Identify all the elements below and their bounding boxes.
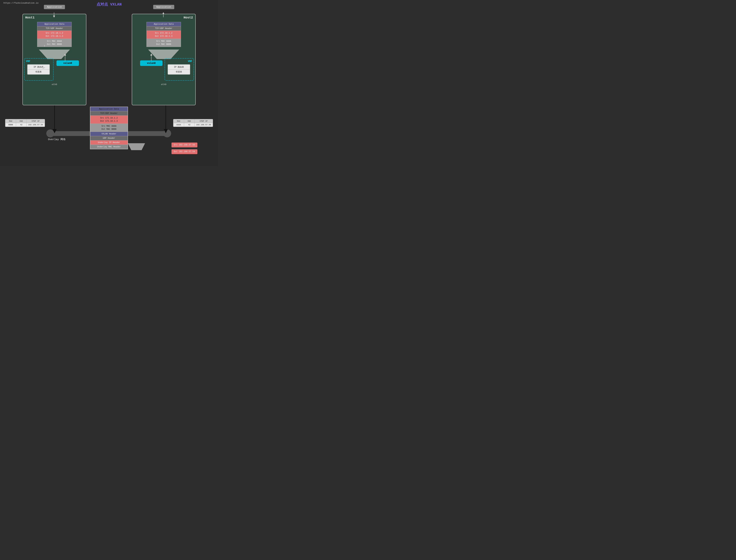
host1-vrf-label: VRF (26, 60, 30, 63)
svg-marker-4 (148, 50, 179, 59)
host1-ip-header: Src 172.18.1.2Dst 172.18.1.3 (37, 31, 71, 39)
host2-tcp-header: TCP/UDP Header (147, 26, 181, 31)
host1-mac-val: BBBB (6, 123, 16, 126)
host1-box: Host1 Application Application Data TCP/U… (22, 14, 86, 105)
host1-neighbor-table: 邻居表 (28, 70, 49, 74)
host1-vxlan0: vxlan0 (56, 60, 79, 66)
host2-ip-header: Src 172.18.1.2Dst 172.18.1.3 (147, 31, 181, 39)
underlay-funnel (128, 143, 145, 150)
underlay-dst-box: Dst 192.168.57.54 (171, 149, 197, 154)
host1-eth0-label: eth0 (52, 83, 57, 86)
host2-funnel (148, 50, 179, 59)
center-underlay-mac: Underlay MAC Header (90, 145, 128, 149)
center-packet: Application Data TCP/UDP Header Src 172.… (90, 107, 128, 149)
page-url: https://fuckcloudnative.io (3, 2, 38, 4)
host2-application-box: Application (153, 5, 174, 9)
host2-vrf-box: VRF IP 路由表 邻居表 (164, 58, 194, 81)
center-vxlan-header: VXLAN Header (90, 132, 128, 136)
host1-vtep-col: VTEP IP (27, 119, 45, 123)
host2-mac-val: AAAA (173, 123, 184, 126)
svg-marker-1 (39, 50, 70, 59)
host2-mac-table-header: MAC VNI VTEP IP (173, 119, 212, 123)
center-tcp-header: TCP/UDP Header (90, 111, 128, 116)
host1-funnel (39, 50, 70, 59)
host2-mac-table: MAC VNI VTEP IP AAAA 42 192.168.57.50 (173, 119, 213, 127)
host1-mac-row: BBBB 42 192.168.57.54 (6, 123, 45, 126)
host2-box: Host2 Application Application Data TCP/U… (132, 14, 196, 105)
host2-mac-row: AAAA 42 192.168.57.50 (173, 123, 212, 126)
host1-vni-col: VNI (16, 119, 27, 123)
host1-vrf-box: VRF IP 路由表 邻居表 (24, 58, 54, 81)
center-mac-header: Src MAC AAAADst MAC BBBB (90, 124, 128, 132)
host2-label: Host2 (183, 16, 193, 19)
host2-packet-stack: Application Data TCP/UDP Header Src 172.… (146, 22, 181, 47)
host2-app-arrow (161, 12, 166, 18)
host2-vni-val: 42 (184, 123, 195, 126)
host2-mac-col: MAC (173, 119, 184, 123)
tunnel-right-connector (163, 129, 171, 137)
center-udp-header: UDP Header (90, 136, 128, 140)
host2-vxlan0: vxlan0 (140, 60, 162, 66)
overlay-label: Overlay 网络 (48, 138, 66, 141)
underlay-src-box: Src 192.168.57.50 (171, 143, 197, 147)
host1-label: Host1 (25, 16, 35, 19)
host1-application-box: Application (44, 5, 65, 9)
host1-vrf-table: IP 路由表 邻居表 (27, 64, 50, 75)
host2-vtep-col: VTEP IP (195, 119, 212, 123)
host1-packet-stack: Application Data TCP/UDP Header Src 172.… (37, 22, 72, 47)
host2-ip-routing-table: IP 路由表 (168, 65, 190, 70)
host1-mac-col: MAC (6, 119, 16, 123)
host1-vtep-val: 192.168.57.54 (27, 123, 45, 126)
host2-vni-col: VNI (184, 119, 195, 123)
host2-app-data: Application Data (147, 22, 181, 26)
host1-tcp-header: TCP/UDP Header (37, 26, 71, 31)
host2-vrf-label: VRF (188, 60, 192, 63)
host2-vrf-table: IP 路由表 邻居表 (168, 64, 190, 75)
center-ip-header: Src 172.18.1.2Dst 172.18.1.3 (90, 116, 128, 124)
host1-app-arrow (51, 12, 57, 18)
host1-mac-header: Src MAC AAAADst MAC BBBB (37, 39, 71, 47)
host2-neighbor-table: 邻居表 (168, 70, 190, 74)
host2-eth0-label: eth0 (161, 83, 166, 86)
page-title: 点对点 VXLAN (96, 2, 122, 7)
host2-vtep-val: 192.168.57.50 (195, 123, 212, 126)
host1-mac-table-header: MAC VNI VTEP IP (6, 119, 45, 123)
center-underlay-ip: Underlay IP Header (90, 140, 128, 145)
host1-ip-routing-table: IP 路由表 (28, 65, 49, 70)
host2-mac-header: Src MAC AAAADst MAC BBBB (147, 39, 181, 47)
host1-app-data: Application Data (37, 22, 71, 26)
host1-mac-table: MAC VNI VTEP IP BBBB 42 192.168.57.54 (5, 119, 45, 127)
tunnel-left-connector (46, 129, 54, 137)
host1-vni-val: 42 (16, 123, 27, 126)
svg-marker-6 (128, 143, 145, 150)
center-app-data: Application Data (90, 107, 128, 111)
